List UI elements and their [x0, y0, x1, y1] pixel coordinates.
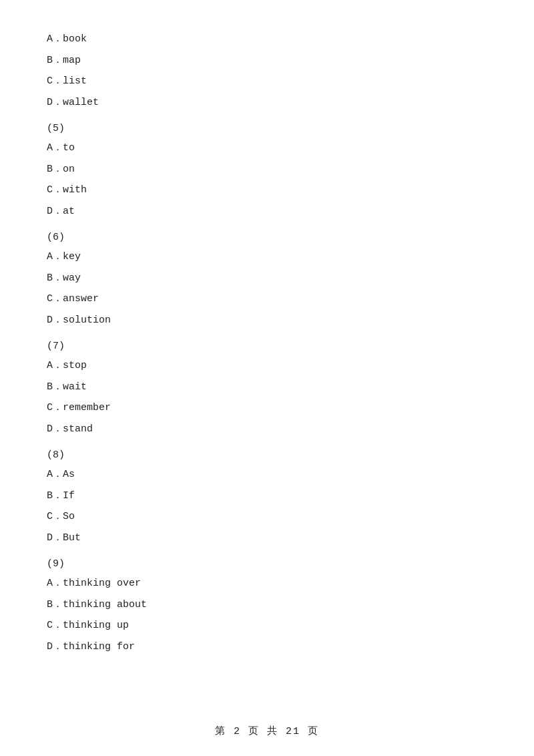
option-D-7: D．stand: [47, 421, 487, 438]
question-number-8: (8): [47, 449, 487, 461]
option-C-6: C．answer: [47, 291, 487, 308]
question-block-6: (6) A．key B．way C．answer D．solution: [47, 232, 487, 329]
question-block-9: (9) A．thinking over B．thinking about C．t…: [47, 558, 487, 655]
option-B-8: B．If: [47, 488, 487, 505]
main-content: A．book B．map C．list D．wallet (5) A．to B．…: [0, 0, 534, 699]
question-block-7: (7) A．stop B．wait C．remember D．stand: [47, 341, 487, 437]
option-C-8: C．So: [47, 508, 487, 526]
option-B-5: B．on: [47, 161, 487, 178]
option-D-0: D．wallet: [47, 94, 487, 112]
option-A-6: A．key: [47, 248, 487, 266]
option-B-0: B．map: [47, 52, 487, 69]
question-number-9: (9): [47, 558, 487, 570]
option-A-9: A．thinking over: [47, 575, 487, 592]
option-C-5: C．with: [47, 182, 487, 199]
option-A-0: A．book: [47, 31, 487, 48]
option-C-0: C．list: [47, 73, 487, 90]
question-block-8: (8) A．As B．If C．So D．But: [47, 449, 487, 546]
option-D-6: D．solution: [47, 312, 487, 329]
question-number-6: (6): [47, 232, 487, 243]
option-B-9: B．thinking about: [47, 596, 487, 614]
question-block-5: (5) A．to B．on C．with D．at: [47, 123, 487, 220]
question-block-0: A．book B．map C．list D．wallet: [47, 31, 487, 111]
option-A-8: A．As: [47, 466, 487, 484]
option-C-9: C．thinking up: [47, 617, 487, 634]
option-A-5: A．to: [47, 140, 487, 157]
option-A-7: A．stop: [47, 357, 487, 375]
option-D-5: D．at: [47, 203, 487, 220]
page-footer: 第 2 页 共 21 页: [0, 725, 534, 737]
option-D-8: D．But: [47, 530, 487, 547]
option-B-7: B．wait: [47, 379, 487, 396]
option-C-7: C．remember: [47, 399, 487, 417]
question-number-7: (7): [47, 341, 487, 352]
option-B-6: B．way: [47, 270, 487, 287]
option-D-9: D．thinking for: [47, 638, 487, 656]
question-number-5: (5): [47, 123, 487, 134]
